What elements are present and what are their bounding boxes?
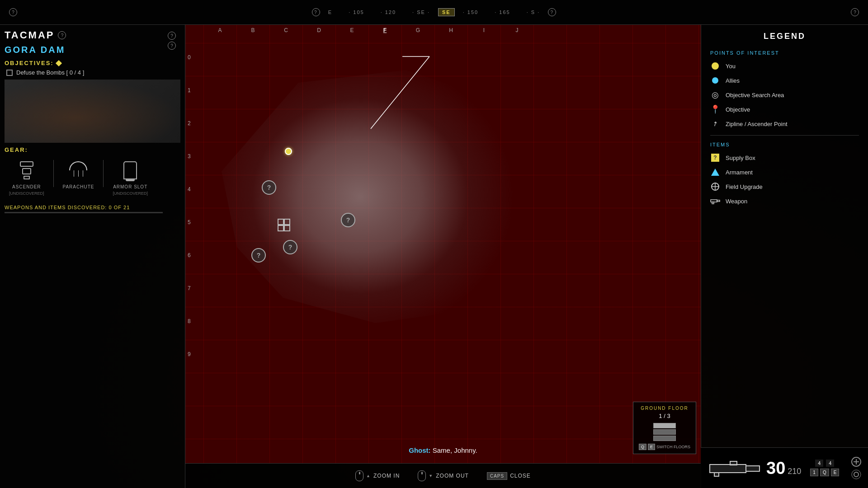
primary-weapon-hud-icon xyxy=(708,458,762,478)
question-circle-1: ? xyxy=(262,180,276,195)
tacmap-label: TACMAP xyxy=(5,29,54,41)
left-panel-help-2[interactable]: ? xyxy=(168,42,176,50)
objectives-label: OBJECTIVES: xyxy=(5,60,180,66)
ascender-sub: [UNDISCOVERED] xyxy=(9,191,44,196)
col-h: H xyxy=(434,27,467,33)
row-7: 7 xyxy=(188,272,191,305)
allies-icon-container xyxy=(710,75,720,85)
floor-layer-2 xyxy=(653,429,676,435)
row-2: 2 xyxy=(188,107,191,140)
unknown-marker-4: ? xyxy=(251,248,266,263)
floor-title: GROUND FLOOR xyxy=(639,406,690,411)
question-circle-2: ? xyxy=(341,213,355,227)
ammo-reserve: 210 xyxy=(788,467,801,476)
question-circle-4: ? xyxy=(251,248,266,263)
obj-search-label: Objective Search Area xyxy=(726,92,784,99)
map-area[interactable]: A B C D E F G H I J 0 1 2 3 4 5 6 7 8 9 … xyxy=(185,25,701,463)
gear-parachute: PARACHUTE xyxy=(63,158,94,191)
row-6: 6 xyxy=(188,239,191,272)
floor-number: 1 / 3 xyxy=(639,413,690,419)
right-panel: LEGEND POINTS OF INTEREST You Allies ◎ O… xyxy=(701,25,868,488)
weapon-icon-container xyxy=(710,196,720,206)
you-icon xyxy=(712,62,719,70)
obj-text-1: Defuse the Bombs [ 0 / 4 ] xyxy=(16,69,84,76)
caps-key: CAPS xyxy=(487,472,507,480)
supply-box-icon xyxy=(277,218,291,232)
row-0: 0 xyxy=(188,41,191,74)
objective-label: Objective xyxy=(726,106,750,113)
armament-label: Armament xyxy=(726,169,753,176)
svg-point-19 xyxy=(854,472,859,477)
obj-search-icon-container: ◎ xyxy=(710,90,720,100)
weapons-discovered-sep: OF xyxy=(114,205,123,210)
zoom-in-label[interactable]: ZOOM IN xyxy=(373,473,400,479)
legend-field-upgrade: Field Upgrade xyxy=(710,182,859,192)
compass-tick-s: · S · xyxy=(519,9,548,15)
legend-you: You xyxy=(710,61,859,71)
svg-point-20 xyxy=(852,470,861,479)
weapons-discovered-label: WEAPONS AND ITEMS DISCOVERED: xyxy=(5,205,107,210)
row-9: 9 xyxy=(188,338,191,371)
parachute-lines xyxy=(68,170,89,177)
close-label[interactable]: CLOSE xyxy=(510,473,531,479)
map-row-labels: 0 1 2 3 4 5 6 7 8 9 xyxy=(188,41,191,463)
parachute-line-3 xyxy=(83,170,83,177)
hud-weapon-area xyxy=(708,458,762,478)
legend-title: LEGEND xyxy=(710,32,859,41)
help-icon-right[interactable]: ? xyxy=(851,8,859,16)
ghost-name: Ghost: xyxy=(409,446,430,454)
parachute-line-1 xyxy=(74,170,74,177)
badge-4-2: 4 xyxy=(826,460,834,467)
legend-objective: 📍 Objective xyxy=(710,104,859,114)
field-upgrade-legend-icon xyxy=(711,182,720,191)
weapons-discovered-current: 0 xyxy=(108,205,112,210)
compass-tick-120: · 120 xyxy=(373,9,404,15)
hud-badges-row: 4 4 xyxy=(815,460,834,467)
compass-tick-150: · 150 xyxy=(455,9,486,15)
allies-label: Allies xyxy=(726,77,740,84)
ascender-top xyxy=(20,161,33,167)
zoom-in-action: ▲ ZOOM IN xyxy=(355,470,400,481)
badge-4-1: 4 xyxy=(815,460,823,467)
zoom-out-label[interactable]: ZOOM OUT xyxy=(436,473,469,479)
floor-layer-1 xyxy=(653,423,676,428)
col-b: B xyxy=(236,27,269,33)
svg-rect-10 xyxy=(717,200,720,202)
ascender-bot xyxy=(24,176,30,179)
key-q: Q xyxy=(639,444,646,450)
weapons-discovered-total: 21 xyxy=(123,205,130,210)
weapon-legend-icon xyxy=(710,197,720,205)
gear-divider-2 xyxy=(103,160,104,187)
legend-allies: Allies xyxy=(710,75,859,85)
legend-divider xyxy=(710,135,859,136)
zipline-icon: ↗ xyxy=(711,119,719,128)
help-icon-2[interactable]: ? xyxy=(548,8,556,16)
help-icon-left[interactable]: ? xyxy=(9,8,17,16)
hud-key-q: Q xyxy=(820,469,829,476)
compass-scale: ? E · 105 · 120 · SE · SE · 150 · 165 · … xyxy=(312,8,556,16)
gear-section: GEAR: ASCENDER [UNDISCOVERED] xyxy=(5,146,180,196)
floor-icon xyxy=(639,423,690,441)
allies-icon xyxy=(712,77,718,84)
gear-items-row: ASCENDER [UNDISCOVERED] PARACH xyxy=(9,158,180,196)
compass-tick-e: E xyxy=(320,9,340,15)
left-panel-help-1[interactable]: ? xyxy=(168,32,176,40)
compass-active-se: SE xyxy=(438,8,455,16)
switch-floors-label: SWITCH FLOORS xyxy=(656,445,690,449)
ghost-message: Ghost: Same, Johnny. xyxy=(409,446,477,454)
weapons-discovered: WEAPONS AND ITEMS DISCOVERED: 0 OF 21 xyxy=(5,205,180,213)
legend-obj-search: ◎ Objective Search Area xyxy=(710,90,859,100)
armor-icon-box xyxy=(118,158,143,183)
tacmap-help-icon[interactable]: ? xyxy=(58,31,66,39)
help-icon-1[interactable]: ? xyxy=(312,8,320,16)
scroll-down-label: ▼ xyxy=(429,474,433,478)
scroll-up-label: ▲ xyxy=(366,474,371,478)
objective-icon-container: 📍 xyxy=(710,104,720,114)
unknown-marker-1: ? xyxy=(262,180,276,195)
field-upgrade-label: Field Upgrade xyxy=(726,183,763,190)
gear-armor: ARMOR SLOT [UNDISCOVERED] xyxy=(113,158,148,196)
col-i: I xyxy=(467,27,500,33)
parachute-icon-box xyxy=(66,158,91,183)
compass-bar: ? E · 105 · 120 · SE · SE · 150 · 165 · … xyxy=(0,0,868,25)
items-section-title: ITEMS xyxy=(710,142,859,147)
